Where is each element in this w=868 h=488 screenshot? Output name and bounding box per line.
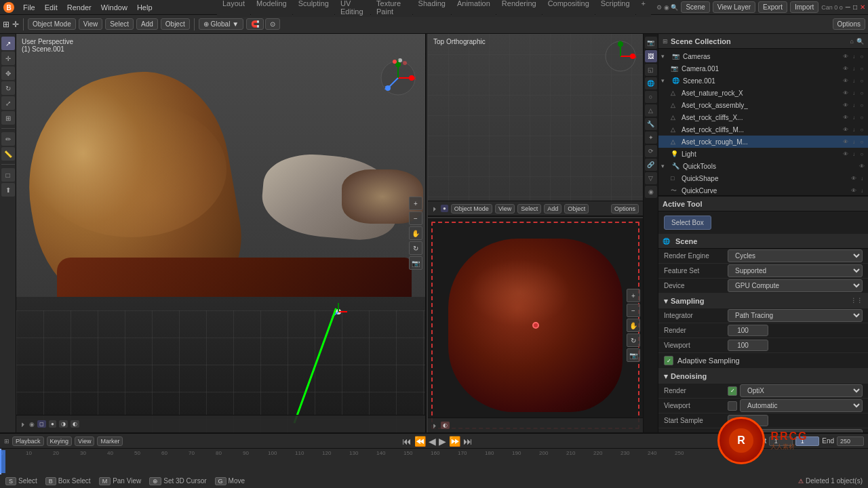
transform-tool[interactable]: ⊞	[1, 111, 15, 125]
render-mode-icon[interactable]: ◉	[29, 421, 35, 428]
scene-selector[interactable]: Scene	[681, 1, 709, 13]
s001-r[interactable]: ↓	[850, 78, 857, 84]
tree-camera-001[interactable]: 📷 Camera.001 👁 ↓ ○	[658, 62, 868, 75]
prop-tab-view[interactable]: ◱	[645, 64, 657, 76]
camera-view-btn[interactable]: 📷	[409, 256, 422, 270]
tab-rendering[interactable]: Rendering	[496, 0, 542, 17]
render-denoise-dropdown[interactable]: OptiX	[740, 384, 863, 397]
zoom-out-btn[interactable]: −	[409, 211, 422, 225]
tab-uv-editing[interactable]: UV Editing	[335, 0, 370, 17]
keying-btn[interactable]: Keying	[47, 436, 73, 446]
tree-rock2[interactable]: △ Aset_rock_assembly_ 👁 ↓ ○	[658, 99, 868, 111]
window-close[interactable]: ✕	[860, 3, 865, 11]
rotate-tool[interactable]: ↻	[1, 81, 15, 95]
next-frame-btn[interactable]: ⏩	[449, 436, 460, 447]
top-add-btn[interactable]: Add	[544, 204, 561, 214]
timeline-view-btn[interactable]: View	[75, 436, 94, 446]
solid-btn[interactable]: ●	[49, 420, 56, 428]
select-box-btn[interactable]: Select Box	[664, 216, 711, 230]
denoising-header[interactable]: ▾ Denoising	[658, 369, 868, 384]
render-viewport-mode[interactable]: ⏵	[432, 422, 438, 429]
prop-tab-output[interactable]: 🖼	[645, 50, 657, 62]
render-camera[interactable]: 📷	[627, 348, 640, 362]
editor-type-icon[interactable]: ⊞	[3, 20, 9, 29]
tab-shading[interactable]: Shading	[413, 0, 451, 17]
prop-tab-object[interactable]: △	[645, 104, 657, 117]
transform-dropdown[interactable]: ⊕ Global ▼	[199, 18, 243, 30]
top-viewport-mode[interactable]: ⏵	[432, 205, 438, 212]
cam001-v[interactable]: 👁	[842, 66, 849, 72]
viewport-denoise-checkbox[interactable]	[728, 401, 737, 411]
play-btn[interactable]: ▶	[439, 436, 446, 447]
tab-layout[interactable]: Layout	[217, 0, 250, 17]
tab-sculpting[interactable]: Sculpting	[293, 0, 334, 17]
top-viewport[interactable]: Top Orthographic X Y	[428, 34, 643, 217]
menu-render[interactable]: Render	[63, 2, 96, 13]
top-obj-btn[interactable]: Object	[564, 204, 589, 214]
tab-compositing[interactable]: Compositing	[542, 0, 595, 17]
jump-start-btn[interactable]: ⏮	[402, 436, 412, 447]
pan-btn[interactable]: ✋	[409, 226, 422, 240]
top-mode-btn[interactable]: Object Mode	[451, 204, 492, 214]
render-denoise-checkbox[interactable]: ✓	[728, 386, 737, 396]
view-layer-selector[interactable]: View Layer	[713, 1, 755, 13]
viewport-samples-input[interactable]	[728, 340, 768, 351]
cursor-icon[interactable]: ✛	[12, 20, 19, 29]
select-tool[interactable]: ↗	[1, 37, 15, 50]
cam-vis3[interactable]: ○	[859, 54, 865, 60]
render-rotate[interactable]: ↻	[627, 333, 640, 347]
play-reverse-btn[interactable]: ◀	[429, 436, 436, 447]
tab-modeling[interactable]: Modeling	[251, 0, 292, 17]
menu-window[interactable]: Window	[97, 2, 132, 13]
tab-scripting[interactable]: Scripting	[595, 0, 635, 17]
top-options-btn[interactable]: Options	[611, 204, 639, 214]
prev-frame-btn[interactable]: ⏪	[414, 436, 426, 447]
scale-tool[interactable]: ⤢	[1, 96, 15, 110]
prop-tab-modifier[interactable]: 🔧	[645, 118, 657, 130]
material-btn[interactable]: ◑	[59, 420, 68, 428]
prop-tab-physics[interactable]: ⟳	[645, 145, 657, 157]
tree-rock4[interactable]: △ Aset_rock_cliffs_M... 👁 ↓ ○	[658, 123, 868, 136]
playback-btn[interactable]: Playback	[12, 436, 44, 446]
tree-rock1[interactable]: △ Aset_nature_rock_X 👁 ↓ ○	[658, 87, 868, 99]
render-viewport[interactable]: ⏵ ◐ + − ✋ ↻ 📷	[428, 218, 643, 432]
render-zoom-out[interactable]: −	[627, 304, 640, 317]
device-dropdown[interactable]: GPU Compute	[728, 279, 863, 292]
feature-set-dropdown[interactable]: Supported	[728, 264, 863, 277]
object-menu[interactable]: Object	[161, 18, 190, 30]
rendered-btn[interactable]: ◐	[71, 420, 79, 428]
add-menu[interactable]: Add	[136, 18, 158, 30]
tree-quickshape[interactable]: □ QuickShape 👁 ↓	[658, 172, 868, 184]
window-maximize[interactable]: □	[853, 3, 857, 11]
snap-btn[interactable]: 🧲	[246, 18, 264, 30]
annotate-tool[interactable]: ✏	[1, 132, 15, 146]
zoom-in-btn[interactable]: +	[409, 197, 422, 210]
render-mode-shading-btn[interactable]: ◐	[441, 422, 450, 429]
render-samples-input[interactable]	[728, 325, 768, 336]
tab-animation[interactable]: Animation	[452, 0, 496, 17]
proportional-btn[interactable]: ⊙	[265, 18, 280, 30]
prop-tab-constraints[interactable]: 🔗	[645, 159, 657, 171]
cam-vis1[interactable]: 👁	[842, 54, 849, 60]
top-select-btn[interactable]: Select	[517, 204, 541, 214]
tree-cameras[interactable]: ▾ 📷 Cameras 👁 ↓ ○	[658, 50, 868, 62]
render-engine-dropdown[interactable]: Cycles	[728, 249, 863, 262]
sampling-header[interactable]: ▾ Sampling ⋮⋮	[658, 293, 868, 308]
cam-vis2[interactable]: ↓	[850, 54, 857, 60]
tree-scene001[interactable]: ▾ 🌐 Scene.001 👁 ↓ ○	[658, 75, 868, 87]
s001-v[interactable]: 👁	[842, 78, 849, 84]
add-cube-tool[interactable]: □	[1, 168, 15, 182]
top-view-btn[interactable]: View	[495, 204, 515, 214]
menu-help[interactable]: Help	[133, 2, 157, 13]
tab-add-workspace[interactable]: +	[636, 0, 651, 17]
adaptive-sampling-checkbox[interactable]: ✓	[664, 356, 673, 365]
extrude-tool[interactable]: ⬆	[1, 183, 15, 197]
scene-gizmo[interactable]: X Y Z	[378, 58, 418, 98]
menu-file[interactable]: File	[19, 2, 39, 13]
select-menu[interactable]: Select	[105, 18, 134, 30]
cam001-s[interactable]: ○	[859, 66, 865, 72]
prop-tab-data[interactable]: ▽	[645, 172, 657, 184]
top-viewport-gizmo[interactable]: X Y	[604, 39, 637, 75]
import-btn[interactable]: Import	[790, 1, 818, 13]
prop-tab-render[interactable]: 📷	[645, 37, 657, 49]
